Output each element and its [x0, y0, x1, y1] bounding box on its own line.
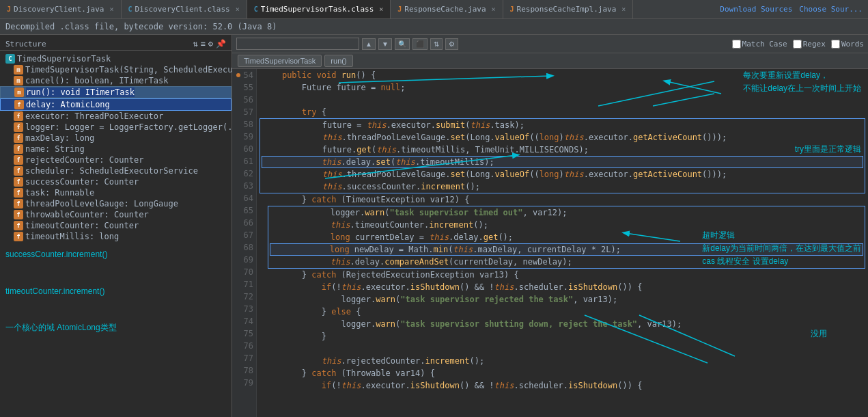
sidebar-item-delay[interactable]: f delay: AtomicLong — [0, 98, 232, 111]
sidebar-item-task[interactable]: f task: Runnable — [0, 187, 232, 198]
close-icon[interactable]: × — [379, 5, 383, 13]
class-breadcrumb[interactable]: TimedSupervisorTask — [238, 55, 322, 67]
field-badge: f — [14, 188, 23, 198]
java-icon: J — [397, 5, 402, 13]
sidebar-item-timeoutmillis[interactable]: f timeoutMillis: long — [0, 231, 232, 242]
line-60: 60 — [235, 143, 253, 155]
class-icon: C — [254, 5, 258, 13]
line-59: 59 — [235, 131, 253, 143]
code-line-76 — [262, 342, 863, 355]
tab-timed-class[interactable]: C TimedSupervisorTask.class × — [247, 0, 391, 18]
item-label: run(): void ITimerTask — [26, 88, 135, 97]
code-line-74: logger.warn("task supervisor shutting do… — [262, 318, 863, 330]
next-btn[interactable]: ▼ — [378, 38, 392, 50]
tab-discovery-java[interactable]: J DiscoveryClient.java × — [0, 0, 122, 18]
code-line-58: future = this.executor.submit(this.task)… — [263, 119, 862, 131]
line-64: 64 — [235, 192, 253, 204]
item-label: throwableCounter: Counter — [25, 210, 149, 219]
item-label: scheduler: ScheduledExecutorService — [25, 166, 198, 176]
sidebar-item-threadpool[interactable]: f threadPoolLevelGauge: LongGauge — [0, 198, 232, 209]
field-badge: f — [14, 199, 23, 209]
code-line-54: public void run() { — [262, 69, 863, 81]
sort-icon[interactable]: ⇅ — [193, 39, 197, 49]
words-checkbox[interactable] — [831, 40, 840, 49]
line-65: 65 — [235, 204, 253, 217]
match-case-checkbox[interactable] — [732, 40, 741, 49]
field-badge: f — [14, 133, 23, 143]
settings-icon[interactable]: ⚙ — [208, 39, 213, 49]
field-badge: f — [14, 166, 23, 176]
note-spacer2 — [5, 299, 226, 321]
code-line-78: } catch (Throwable var14) { — [262, 367, 863, 379]
class-icon: C — [128, 5, 132, 13]
download-sources-link[interactable]: Download Sources — [720, 5, 792, 14]
item-label: rejectedCounter: Counter — [25, 155, 143, 165]
pin-icon[interactable]: 📌 — [216, 39, 226, 49]
note-atomic: 一个核心的域 AtomicLong类型 — [5, 321, 226, 336]
item-label: task: Runnable — [25, 188, 94, 198]
code-line-77: this.rejectedCounter.increment(); — [262, 355, 863, 367]
line-69: 69 — [235, 254, 253, 266]
note-spacer1 — [5, 263, 226, 284]
timeout-block-box: logger.warn("task supervisor timed out",… — [268, 206, 865, 269]
code-line-73: } else { — [262, 306, 863, 318]
decompiled-label: Decompiled .class file, bytecode version… — [5, 22, 863, 31]
method-breadcrumb[interactable]: run() — [324, 55, 352, 67]
regex-label[interactable]: Regex — [793, 40, 826, 49]
prev-btn[interactable]: ▲ — [362, 38, 376, 50]
sidebar-item-executor[interactable]: f executor: ThreadPoolExecutor — [0, 111, 232, 122]
item-label: TimedSupervisorTask(String, ScheduledExe… — [25, 65, 232, 75]
expand-icon[interactable]: ≡ — [201, 39, 206, 49]
sidebar-item-cancel[interactable]: m cancel(): boolean, ITimerTask — [0, 75, 232, 86]
main-area: Structure ⇅ ≡ ⚙ 📌 C TimedSupervisorTask … — [0, 35, 868, 417]
find-btn[interactable]: 🔍 — [395, 38, 410, 50]
match-case-label[interactable]: Match Case — [732, 40, 787, 49]
sidebar-item-class[interactable]: C TimedSupervisorTask — [0, 53, 232, 64]
sidebar-icons: ⇅ ≡ ⚙ 📌 — [193, 39, 226, 49]
line-55: 55 — [235, 81, 253, 94]
item-label: name: String — [25, 144, 85, 154]
regex-checkbox[interactable] — [793, 40, 802, 49]
close-icon[interactable]: × — [621, 5, 626, 13]
sidebar-item-successcounter[interactable]: f successCounter: Counter — [0, 176, 232, 187]
code-content[interactable]: 54 55 56 57 58 59 60 61 62 63 64 65 66 6… — [232, 69, 868, 417]
note-timeout: timeoutCounter.increment() — [5, 284, 226, 299]
choose-source-link[interactable]: Choose Sour... — [799, 5, 863, 14]
sidebar-item-scheduler[interactable]: f scheduler: ScheduledExecutorService — [0, 165, 232, 176]
sidebar-item-logger[interactable]: f logger: Logger = LoggerFactory.getLogg… — [0, 122, 232, 133]
search-input[interactable] — [236, 38, 359, 50]
sidebar-item-timeoutcounter[interactable]: f timeoutCounter: Counter — [0, 220, 232, 231]
sidebar-item-rejectedcounter[interactable]: f rejectedCounter: Counter — [0, 154, 232, 165]
tab-discovery-class[interactable]: C DiscoveryClient.class × — [122, 0, 247, 18]
sidebar-item-throwable[interactable]: f throwableCounter: Counter — [0, 209, 232, 220]
method-badge: m — [14, 88, 24, 97]
line-62: 62 — [235, 167, 253, 180]
code-lines: public void run() { Future future = null… — [257, 69, 868, 417]
filter-btn[interactable]: ⇅ — [430, 38, 443, 50]
words-label[interactable]: Words — [831, 40, 864, 49]
sidebar-item-name[interactable]: f name: String — [0, 144, 232, 154]
item-label: cancel(): boolean, ITimerTask — [25, 76, 169, 85]
tab-response-impl[interactable]: J ResponseCacheImpl.java × — [503, 0, 634, 18]
line-57: 57 — [235, 106, 253, 118]
sidebar-item-run[interactable]: m run(): void ITimerTask — [0, 86, 232, 98]
sidebar-item-maxdelay[interactable]: f maxDelay: long — [0, 133, 232, 144]
line-78: 78 — [235, 364, 253, 377]
code-line-60: future.get(this.timeoutMillis, TimeUnit.… — [263, 144, 862, 156]
close-icon[interactable]: × — [492, 5, 496, 13]
line-76: 76 — [235, 340, 253, 352]
line-68: 68 — [235, 241, 253, 254]
item-label: successCounter: Counter — [25, 177, 139, 187]
close-icon[interactable]: × — [109, 5, 113, 13]
sidebar-notes: successCounter.increment() timeoutCounte… — [0, 242, 232, 341]
tab-response-java[interactable]: J ResponseCache.java × — [391, 0, 503, 18]
sidebar-item-constructor[interactable]: m TimedSupervisorTask(String, ScheduledE… — [0, 64, 232, 75]
main-container: J DiscoveryClient.java × C DiscoveryClie… — [0, 0, 868, 417]
close-icon[interactable]: × — [236, 5, 240, 13]
line-70: 70 — [235, 266, 253, 278]
line-73: 73 — [235, 303, 253, 315]
settings-btn[interactable]: ⚙ — [445, 38, 458, 50]
field-badge: f — [14, 100, 24, 109]
item-label: delay: AtomicLong — [26, 100, 110, 109]
highlight-btn[interactable]: ⬛ — [412, 38, 428, 50]
